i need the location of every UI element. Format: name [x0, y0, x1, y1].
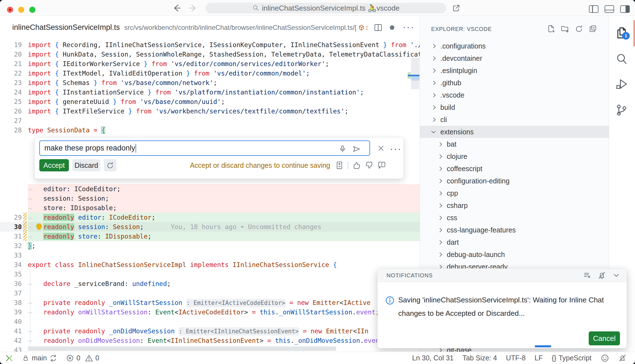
do-not-disturb-icon[interactable] [598, 271, 606, 280]
tree-item-vscode[interactable]: .vscode [420, 89, 609, 101]
line-number: 43 [0, 345, 28, 352]
tree-item-cli[interactable]: cli [420, 113, 609, 126]
eol-sequence[interactable]: LF [535, 354, 543, 362]
notifications-bell-slash-icon[interactable] [618, 354, 627, 362]
code-line: 36→ declare _serviceBrand: undefined; [0, 279, 420, 288]
tree-item-clojure[interactable]: clojure [420, 150, 609, 162]
code-line: 27 [0, 116, 420, 125]
notifications-title: NOTIFICATIONS [387, 269, 433, 282]
line-number: 40 [0, 317, 28, 326]
code-line: 42→ readonly onDidMoveSession: Event<IIn… [0, 336, 420, 345]
tree-item-cpp[interactable]: cpp [420, 187, 609, 199]
inline-chat-input[interactable]: make these props readonly [39, 140, 370, 156]
chevron-right-icon [438, 240, 442, 244]
code-editor[interactable]: 19import { Recording, IInlineChatSession… [0, 39, 420, 352]
tree-item-css[interactable]: css [420, 212, 609, 224]
address-bar[interactable]: inlineChatSessionServiceImpl.ts 🚴vscode [206, 3, 446, 13]
code-line: 31→ readonly store: IDisposable; [0, 232, 420, 241]
notification-progress-bar [535, 345, 551, 347]
vertical-scrollbar[interactable] [411, 58, 419, 89]
tree-item-csharp[interactable]: csharp [420, 199, 609, 212]
tree-item-dart[interactable]: dart [420, 236, 609, 248]
back-arrow-icon[interactable] [172, 4, 181, 13]
tree-item-debug-auto-launch[interactable]: debug-auto-launch [420, 248, 609, 261]
new-folder-icon[interactable] [561, 25, 569, 33]
language-mode[interactable]: {} TypeScript [552, 354, 591, 362]
clear-all-notifications-icon[interactable] [583, 271, 591, 280]
unsaved-dot-indicator[interactable] [390, 25, 394, 30]
maximize-window-button[interactable] [29, 7, 35, 13]
forward-arrow-icon[interactable] [189, 4, 197, 13]
close-inline-chat-icon[interactable] [377, 144, 385, 152]
code-line: 26import { ITextFileService } from 'vs/w… [0, 106, 420, 116]
code-line: 30→ readonly session: Session; You, 18 h… [0, 222, 420, 232]
diff-document-icon[interactable] [335, 161, 344, 170]
tree-item-label: dart [447, 238, 459, 246]
cancel-button[interactable]: Cancel [589, 331, 620, 345]
inline-chat-more-icon[interactable]: ··· [390, 143, 402, 155]
line-number: 27 [0, 116, 28, 125]
errors-icon [66, 354, 74, 362]
minimize-window-button[interactable] [18, 7, 24, 13]
breadcrumb-path[interactable]: src/vs/workbench/contrib/inlineChat/brow… [124, 24, 356, 31]
problems-status[interactable]: 0 0 [66, 354, 99, 362]
tree-item-devcontainer[interactable]: .devcontainer [420, 52, 609, 64]
activity-search-icon[interactable] [614, 52, 629, 66]
feedback-smiley-icon[interactable] [600, 354, 609, 363]
microphone-icon[interactable] [338, 145, 347, 153]
branch-name: main [32, 354, 47, 362]
refresh-explorer-icon[interactable] [575, 25, 583, 33]
tree-item-configurations[interactable]: .configurations [420, 40, 609, 52]
thumbs-down-icon[interactable] [365, 161, 373, 169]
inline-chat-region: make these props readonly ··· Accept Dis… [0, 135, 420, 184]
rerun-request-icon-button[interactable] [104, 159, 117, 171]
activity-explorer-icon[interactable]: 1 [614, 26, 629, 40]
symbol-cube-icon [358, 24, 365, 31]
split-editor-icon[interactable] [374, 23, 383, 32]
cursor-position[interactable]: Ln 30, Col 31 [412, 354, 454, 362]
send-icon[interactable] [352, 145, 361, 153]
tree-item-configuration-editing[interactable]: configuration-editing [420, 175, 609, 187]
collapse-folders-icon[interactable] [589, 25, 597, 33]
close-window-button[interactable] [7, 7, 13, 13]
explorer-header: EXPLORER: VSCODE [420, 16, 609, 40]
tree-item-build[interactable]: build [420, 101, 609, 113]
toggle-primary-sidebar-icon[interactable] [589, 5, 598, 13]
tree-item-label: css-language-features [447, 226, 516, 234]
remote-indicator-icon[interactable] [4, 353, 14, 363]
open-external-icon[interactable] [452, 4, 461, 13]
chevron-right-icon [431, 68, 436, 73]
tree-item-github[interactable]: .github [420, 77, 609, 89]
code-line: 40 [0, 317, 420, 326]
tree-item-extensions[interactable]: extensions [420, 126, 609, 138]
breadcrumb-filename[interactable]: inlineChatSessionServiceImpl.ts [12, 23, 120, 32]
editor-more-actions-icon[interactable]: ··· [403, 24, 415, 30]
line-number: 39 [0, 307, 28, 317]
tree-item-bat[interactable]: bat [420, 138, 609, 150]
toggle-secondary-sidebar-icon[interactable] [620, 5, 630, 13]
encoding[interactable]: UTF-8 [506, 354, 526, 362]
collapse-notifications-icon[interactable] [612, 271, 620, 280]
horizontal-scrollbar[interactable] [28, 346, 336, 351]
branch-status[interactable]: main [22, 354, 57, 362]
tree-item-eslintplugin[interactable]: .eslintplugin [420, 64, 609, 77]
tab-size[interactable]: Tab Size: 4 [462, 354, 497, 362]
code-line: → store: IDisposable; [0, 203, 420, 213]
activity-run-debug-icon[interactable] [614, 77, 629, 91]
report-issue-icon[interactable] [378, 161, 386, 169]
code-line: 34export class InlineChatSessionServiceI… [0, 260, 420, 270]
accept-button[interactable]: Accept [39, 159, 69, 171]
discard-button[interactable]: Discard [72, 159, 100, 171]
line-number: 38 [0, 298, 28, 307]
breadcrumb-symbol-suffix: : [366, 24, 368, 31]
new-file-icon[interactable] [547, 25, 555, 33]
tree-item-css-language-features[interactable]: css-language-features [420, 224, 609, 236]
tree-item-coffeescript[interactable]: coffeescript [420, 162, 609, 175]
toggle-panel-icon[interactable] [605, 5, 614, 13]
code-line: 24import { IInstantiationService } from … [0, 88, 420, 97]
lightbulb-icon[interactable] [34, 223, 44, 233]
chevron-right-icon [431, 56, 436, 60]
activity-source-control-icon[interactable] [614, 103, 629, 117]
code-line: 29→ readonly editor: ICodeEditor; [0, 213, 420, 222]
thumbs-up-icon[interactable] [352, 161, 361, 169]
